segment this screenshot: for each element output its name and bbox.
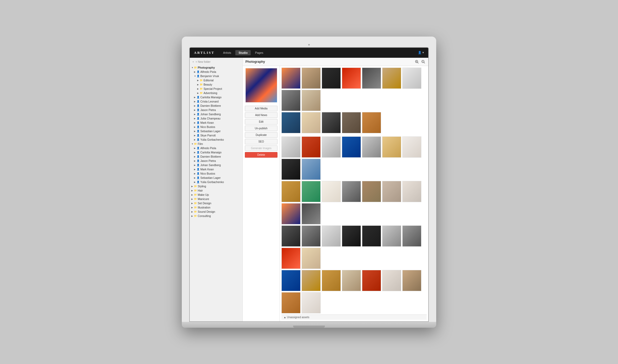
sidebar-item-photography[interactable]: ▼ 📁 Photography [190,65,242,70]
zoom-in-button[interactable] [414,59,419,64]
sidebar-item-nico-bustos-photo[interactable]: ▶ 👤 Nico Bustos [190,125,242,129]
unassigned-assets-bar[interactable]: ▲ Unassigned assets [281,314,427,320]
thumbnail[interactable] [382,225,401,247]
thumbnail[interactable] [302,68,321,89]
new-folder-button[interactable]: + + New folder [190,59,242,64]
thumbnail[interactable] [302,203,321,224]
thumbnail[interactable] [322,112,341,133]
generate-images-button[interactable]: Generate Images [245,145,277,151]
thumbnail[interactable] [322,68,341,89]
sidebar-item-sebastian-lager-film[interactable]: ▶ 👤 Sebastian Lager [190,176,242,180]
sidebar-item-film[interactable]: ▼ 📁 Film [190,142,242,146]
thumbnail[interactable] [302,270,321,291]
thumbnail[interactable] [302,292,321,313]
sidebar-item-jason-pietra-film[interactable]: ▶ 👤 Jason Pietra [190,159,242,163]
sidebar-item-sebastian-lager-photo[interactable]: ▶ 👤 Sebastian Lager [190,129,242,133]
thumbnail[interactable] [342,136,361,158]
sidebar-item-beauty[interactable]: ▶ 📁 Beauty [190,82,242,87]
thumbnail[interactable] [402,136,421,158]
sidebar-item-yulia-gorbachenko-photo[interactable]: ▶ 👤 Yulia Gorbachenko [190,137,242,142]
thumbnail[interactable] [382,181,401,202]
thumbnail[interactable] [281,203,301,224]
nav-studio[interactable]: Studio [235,50,251,55]
sidebar-item-yulia-gorbachenko-film[interactable]: ▶ 👤 Yulia Gorbachenko [190,180,242,184]
seo-button[interactable]: SEO [245,139,277,144]
sidebar-item-carlotta-manaigo-film[interactable]: ▶ 👤 Carlotta Manaigo [190,150,242,154]
thumbnail[interactable] [302,112,321,133]
sidebar-item-manicure[interactable]: ▶ 📁 Manicure [190,197,242,201]
sidebar-item-jason-pietra-photo[interactable]: ▶ 👤 Jason Pietra [190,108,242,112]
sidebar-item-illustration[interactable]: ▶ 📁 Illustration [190,205,242,210]
sidebar-item-nico-bustos-film[interactable]: ▶ 👤 Nico Bustos [190,171,242,176]
thumbnail[interactable] [362,112,381,133]
sidebar-item-johan-sandberg-film[interactable]: ▶ 👤 Johan Sandberg [190,163,242,167]
sidebar-item-set-design[interactable]: ▶ 📁 Set Design [190,201,242,205]
thumbnail[interactable] [302,90,321,111]
thumbnail[interactable] [362,270,381,291]
thumbnail[interactable] [322,136,341,158]
edit-button[interactable]: Edit [245,119,277,125]
sidebar-item-alfredo-piola-photo[interactable]: ▶ 👤 Alfredo Piola [190,70,242,74]
sidebar-item-crista-leonard[interactable]: ▶ 👤 Crista Leonard [190,99,242,104]
sidebar-item-special-project[interactable]: ▶ 📁 Special Project [190,87,242,91]
sidebar-item-consulting[interactable]: ▶ 📁 Consulting [190,214,242,218]
sidebar-item-sound-design[interactable]: ▶ 📁 Sound Design [190,210,242,214]
thumbnail[interactable] [281,270,301,291]
thumbnail[interactable] [362,68,381,89]
thumbnail[interactable] [342,68,361,89]
thumbnail[interactable] [342,270,361,291]
delete-button[interactable]: Delete [245,152,277,158]
thumbnail[interactable] [362,136,381,158]
thumbnail[interactable] [302,248,321,269]
sidebar-item-damien-blottiere-photo[interactable]: ▶ 👤 Damien Blottiere [190,104,242,108]
thumbnail[interactable] [382,136,401,158]
thumbnail[interactable] [302,181,321,202]
thumbnail[interactable] [402,270,421,291]
thumbnail[interactable] [281,292,301,313]
thumbnail[interactable] [281,112,301,133]
thumbnail[interactable] [402,68,421,89]
sidebar-item-carlotta-manaigo-photo[interactable]: ▶ 👤 Carlotta Manaigo [190,95,242,99]
thumbnail[interactable] [281,181,301,202]
sidebar-item-damien-blottiere-film[interactable]: ▶ 👤 Damien Blottiere [190,154,242,159]
sidebar-item-mark-kean-film[interactable]: ▶ 👤 Mark Kean [190,167,242,171]
sidebar-item-skye-parrott[interactable]: ▶ 👤 Skye Parrott [190,133,242,137]
thumbnail[interactable] [382,270,401,291]
thumbnail[interactable] [402,181,421,202]
sidebar-item-hair[interactable]: ▶ 📁 Hair [190,188,242,193]
thumbnail[interactable] [281,68,301,89]
sidebar-item-styling[interactable]: ▶ 📁 Styling [190,184,242,188]
sidebar-item-julia-champeau[interactable]: ▶ 👤 Julia Champeau [190,116,242,121]
thumbnail[interactable] [281,159,301,180]
thumbnail[interactable] [342,225,361,247]
thumbnail[interactable] [281,136,301,158]
sidebar-item-advertising[interactable]: ▶ 📁 Advertising [190,91,242,95]
sidebar-item-mark-kean-photo[interactable]: ▶ 👤 Mark Kean [190,121,242,125]
sidebar-item-benjamin-vnuk[interactable]: ▼ 👤 Benjamin Vnuk [190,74,242,78]
zoom-out-button[interactable] [421,59,426,64]
nav-pages[interactable]: Pages [252,50,266,55]
sidebar-item-editorial[interactable]: ▶ 📁 Editorial [190,78,242,82]
add-news-button[interactable]: Add News [245,112,277,118]
thumbnail[interactable] [322,225,341,247]
nav-artists[interactable]: Artists [220,50,235,55]
thumbnail[interactable] [362,181,381,202]
thumbnail[interactable] [342,112,361,133]
thumbnail[interactable] [302,136,321,158]
user-menu[interactable]: 👤 ▾ [418,51,424,54]
add-media-button[interactable]: Add Media [245,106,277,111]
thumbnail[interactable] [302,225,321,247]
thumbnail[interactable] [402,225,421,247]
thumbnail[interactable] [281,90,301,111]
thumbnail[interactable] [281,225,301,247]
thumbnail[interactable] [302,159,321,180]
thumbnail[interactable] [342,181,361,202]
thumbnail[interactable] [322,181,341,202]
thumbnail[interactable] [322,270,341,291]
thumbnail[interactable] [281,248,301,269]
thumbnail[interactable] [382,68,401,89]
thumbnail[interactable] [362,225,381,247]
sidebar-item-alfredo-piola-film[interactable]: ▶ 👤 Alfredo Piola [190,146,242,150]
duplicate-button[interactable]: Duplicate [245,132,277,138]
sidebar-item-johan-sandberg-photo[interactable]: ▶ 👤 Johan Sandberg [190,112,242,116]
